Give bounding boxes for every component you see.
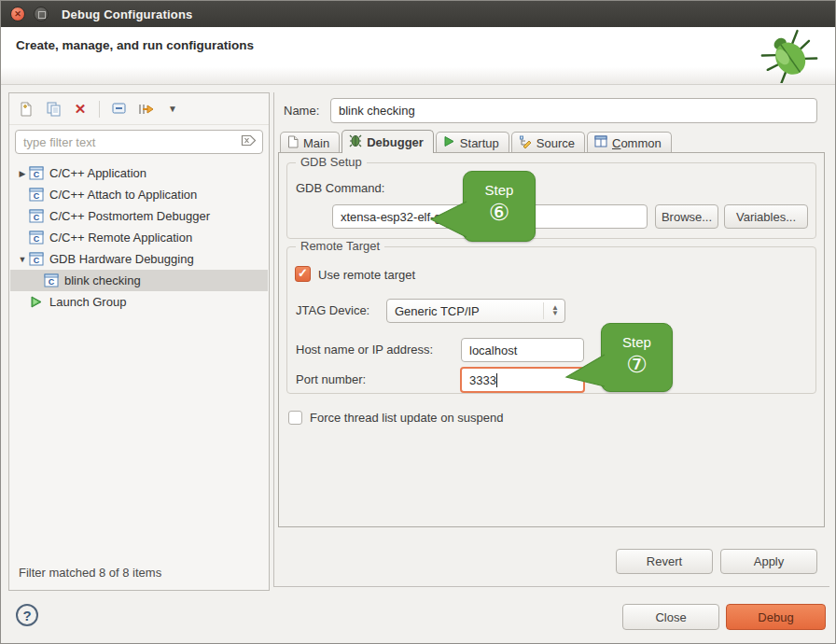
svg-text:C: C xyxy=(34,234,40,244)
step-callout-number: ⑥ xyxy=(464,198,535,226)
host-label: Host name or IP address: xyxy=(296,343,433,357)
variables-button[interactable]: Variables... xyxy=(724,204,808,229)
tab-bar: Main Debugger Startup Source Common xyxy=(280,130,674,153)
tab-startup[interactable]: Startup xyxy=(436,132,509,153)
debug-bug-icon xyxy=(759,29,820,86)
remote-target-legend: Remote Target xyxy=(296,239,384,253)
step-6-callout: Step ⑥ xyxy=(463,171,536,242)
revert-button[interactable]: Revert xyxy=(616,549,713,574)
svg-text:C: C xyxy=(34,256,40,265)
configurations-sidebar: ✕ ▼ ▶ C C/C++ Application xyxy=(8,92,270,591)
debugger-tab-content: GDB Setup GDB Command: Browse... Variabl… xyxy=(278,152,825,527)
launch-group-icon xyxy=(29,295,44,309)
window-close-icon[interactable] xyxy=(10,7,25,21)
filter-configurations-icon[interactable] xyxy=(137,101,154,118)
tree-item-gdb-hardware[interactable]: ▼ C GDB Hardware Debugging xyxy=(10,248,268,270)
c-application-icon: C xyxy=(29,166,44,180)
jtag-device-label: JTAG Device: xyxy=(296,303,369,317)
name-input[interactable] xyxy=(330,98,817,123)
tab-label: Common xyxy=(612,136,662,150)
step-callout-number: ⑦ xyxy=(602,350,672,378)
tab-label: Startup xyxy=(460,136,499,150)
window-restore-icon[interactable] xyxy=(34,7,49,21)
tree-item-cpp-remote[interactable]: ▶ C C/C++ Remote Application xyxy=(10,227,268,248)
step-7-callout: Step ⑦ xyxy=(601,323,673,392)
step-callout-title: Step xyxy=(464,182,535,198)
use-remote-target-checkbox[interactable] xyxy=(295,266,311,282)
collapse-all-icon[interactable] xyxy=(110,101,127,118)
filter-status-text: Filter matched 8 of 8 items xyxy=(19,566,161,580)
toolbar-menu-dropdown-icon[interactable]: ▼ xyxy=(164,101,181,118)
svg-text:C: C xyxy=(34,213,40,222)
debug-button[interactable]: Debug xyxy=(726,604,826,630)
port-label: Port number: xyxy=(296,372,366,386)
tree-item-label: C/C++ Postmortem Debugger xyxy=(49,209,210,223)
expander-collapsed-icon[interactable]: ▶ xyxy=(16,169,29,178)
tab-main[interactable]: Main xyxy=(280,132,340,153)
tree-item-blink-checking[interactable]: ▶ C blink checking xyxy=(10,270,268,291)
gdb-command-label: GDB Command: xyxy=(296,181,384,195)
text-cursor xyxy=(496,373,497,387)
force-thread-label: Force thread list update on suspend xyxy=(310,411,503,425)
remote-target-group: Remote Target Use remote target JTAG Dev… xyxy=(286,246,816,394)
clear-filter-icon[interactable] xyxy=(241,134,257,149)
tree-item-cpp-attach[interactable]: ▶ C C/C++ Attach to Application xyxy=(10,184,268,205)
use-remote-target-label: Use remote target xyxy=(318,268,415,282)
tab-source[interactable]: Source xyxy=(511,132,585,153)
tree-item-label: C/C++ Attach to Application xyxy=(49,188,197,202)
play-icon xyxy=(443,135,455,150)
tree-item-label: Launch Group xyxy=(49,295,126,309)
apply-button[interactable]: Apply xyxy=(720,549,817,574)
gdb-setup-legend: GDB Setup xyxy=(296,155,367,169)
configuration-editor: Name: Main Debugger Startup Source Commo… xyxy=(273,92,829,587)
c-application-icon: C xyxy=(44,273,59,287)
tab-debugger[interactable]: Debugger xyxy=(341,130,434,153)
c-application-icon: C xyxy=(29,209,44,223)
page-icon xyxy=(287,135,299,151)
c-application-icon: C xyxy=(29,252,44,266)
tree-item-cpp-application[interactable]: ▶ C C/C++ Application xyxy=(10,162,268,184)
filter-input[interactable] xyxy=(16,135,241,149)
dialog-header: Create, manage, and run configurations xyxy=(1,27,835,85)
help-button[interactable]: ? xyxy=(16,604,38,626)
combo-spinner-icon: ▲▼ xyxy=(543,302,559,319)
close-button[interactable]: Close xyxy=(622,604,719,630)
titlebar: Debug Configurations xyxy=(1,1,835,27)
debug-configurations-dialog: Debug Configurations Create, manage, and… xyxy=(0,0,836,644)
tree-item-label: GDB Hardware Debugging xyxy=(49,252,194,266)
c-application-icon: C xyxy=(29,188,44,202)
tree-item-label: C/C++ Remote Application xyxy=(49,231,192,245)
tree-item-label: C/C++ Application xyxy=(49,166,146,180)
step-callout-title: Step xyxy=(602,334,672,350)
force-thread-checkbox[interactable] xyxy=(288,411,302,425)
jtag-device-value: Generic TCP/IP xyxy=(395,304,480,318)
filter-field[interactable] xyxy=(15,130,263,154)
c-application-icon: C xyxy=(29,231,44,245)
bug-icon xyxy=(349,134,362,150)
tab-common[interactable]: Common xyxy=(587,132,672,153)
tab-label: Source xyxy=(536,136,575,150)
table-icon xyxy=(594,135,607,150)
expander-expanded-icon[interactable]: ▼ xyxy=(16,255,29,264)
jtag-device-select[interactable]: Generic TCP/IP ▲▼ xyxy=(386,299,565,323)
toolbar-separator xyxy=(99,101,100,118)
svg-text:C: C xyxy=(34,191,40,201)
tree-item-launch-group[interactable]: ▶ Launch Group xyxy=(10,291,268,313)
tab-label: Debugger xyxy=(367,135,424,149)
source-icon xyxy=(519,135,532,151)
svg-text:C: C xyxy=(34,170,40,179)
duplicate-configuration-icon[interactable] xyxy=(45,101,62,118)
browse-button[interactable]: Browse... xyxy=(655,204,718,229)
tree-item-cpp-postmortem[interactable]: ▶ C C/C++ Postmortem Debugger xyxy=(10,205,268,227)
window-title: Debug Configurations xyxy=(62,7,193,21)
tree-item-label: blink checking xyxy=(64,273,141,287)
header-title: Create, manage, and run configurations xyxy=(16,38,254,52)
svg-text:C: C xyxy=(49,277,55,287)
tab-label: Main xyxy=(303,136,329,150)
gdb-setup-group: GDB Setup GDB Command: Browse... Variabl… xyxy=(286,162,816,239)
sidebar-toolbar: ✕ ▼ xyxy=(9,93,269,125)
delete-configuration-icon[interactable]: ✕ xyxy=(72,101,89,118)
name-label: Name: xyxy=(284,104,319,118)
new-configuration-icon[interactable] xyxy=(18,101,35,118)
